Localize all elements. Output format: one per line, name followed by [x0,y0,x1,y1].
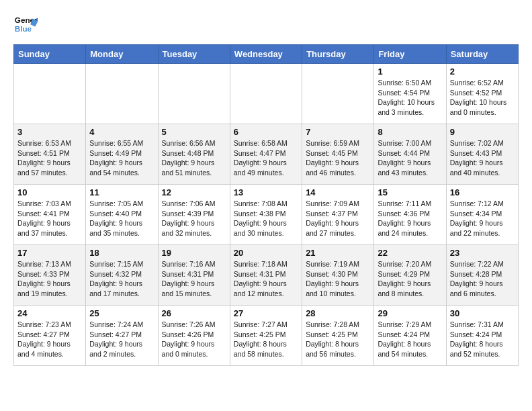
day-number: 4 [89,127,154,137]
calendar-cell: 11Sunrise: 7:05 AMSunset: 4:40 PMDayligh… [86,185,158,245]
day-info: Sunrise: 6:59 AMSunset: 4:45 PMDaylight:… [306,138,370,178]
day-info: Sunrise: 7:23 AMSunset: 4:27 PMDaylight:… [17,320,82,359]
day-info: Sunrise: 7:08 AMSunset: 4:38 PMDaylight:… [234,199,298,238]
day-number: 29 [378,308,442,318]
day-info: Sunrise: 6:50 AMSunset: 4:54 PMDaylight:… [378,78,442,118]
calendar-week-4: 24Sunrise: 7:23 AMSunset: 4:27 PMDayligh… [14,306,519,366]
day-info: Sunrise: 7:28 AMSunset: 4:25 PMDaylight:… [306,320,370,359]
day-info: Sunrise: 7:02 AMSunset: 4:43 PMDaylight:… [450,138,515,178]
day-info: Sunrise: 7:31 AMSunset: 4:24 PMDaylight:… [450,320,515,359]
calendar-cell: 7Sunrise: 6:59 AMSunset: 4:45 PMDaylight… [302,124,374,185]
day-info: Sunrise: 7:24 AMSunset: 4:27 PMDaylight:… [89,320,154,359]
day-info: Sunrise: 7:12 AMSunset: 4:34 PMDaylight:… [450,199,515,238]
day-info: Sunrise: 7:16 AMSunset: 4:31 PMDaylight:… [162,259,226,299]
logo-icon: General Blue [13,13,38,38]
day-info: Sunrise: 7:06 AMSunset: 4:39 PMDaylight:… [162,199,226,238]
calendar-cell: 20Sunrise: 7:18 AMSunset: 4:31 PMDayligh… [230,245,302,306]
day-number: 3 [17,127,82,137]
calendar-cell: 2Sunrise: 6:52 AMSunset: 4:52 PMDaylight… [446,64,518,124]
day-info: Sunrise: 6:55 AMSunset: 4:49 PMDaylight:… [89,138,154,178]
day-number: 25 [89,308,154,318]
day-number: 6 [234,127,298,137]
day-number: 30 [450,308,515,318]
day-number: 18 [89,248,154,258]
day-info: Sunrise: 6:53 AMSunset: 4:51 PMDaylight:… [17,138,82,178]
day-info: Sunrise: 7:22 AMSunset: 4:28 PMDaylight:… [450,259,515,299]
day-number: 11 [89,187,154,197]
day-number: 17 [17,248,82,258]
calendar-cell: 12Sunrise: 7:06 AMSunset: 4:39 PMDayligh… [158,185,230,245]
calendar-table: SundayMondayTuesdayWednesdayThursdayFrid… [13,44,519,366]
day-info: Sunrise: 7:13 AMSunset: 4:33 PMDaylight:… [17,259,82,299]
calendar-cell: 22Sunrise: 7:20 AMSunset: 4:29 PMDayligh… [374,245,446,306]
calendar-body: 1Sunrise: 6:50 AMSunset: 4:54 PMDaylight… [14,64,519,366]
day-info: Sunrise: 7:26 AMSunset: 4:26 PMDaylight:… [162,320,226,359]
day-number: 20 [234,248,298,258]
day-info: Sunrise: 7:20 AMSunset: 4:29 PMDaylight:… [378,259,442,299]
calendar-cell: 18Sunrise: 7:15 AMSunset: 4:32 PMDayligh… [86,245,158,306]
weekday-header-saturday: Saturday [446,45,518,64]
day-number: 1 [378,66,442,77]
calendar-cell: 10Sunrise: 7:03 AMSunset: 4:41 PMDayligh… [14,185,86,245]
day-number: 28 [306,308,370,318]
day-number: 9 [450,127,515,137]
day-info: Sunrise: 7:29 AMSunset: 4:24 PMDaylight:… [378,320,442,359]
calendar-cell: 16Sunrise: 7:12 AMSunset: 4:34 PMDayligh… [446,185,518,245]
calendar-cell [14,64,86,124]
calendar-cell: 29Sunrise: 7:29 AMSunset: 4:24 PMDayligh… [374,306,446,366]
calendar-cell: 4Sunrise: 6:55 AMSunset: 4:49 PMDaylight… [86,124,158,185]
calendar-week-1: 3Sunrise: 6:53 AMSunset: 4:51 PMDaylight… [14,124,519,185]
day-number: 8 [378,127,442,137]
logo: General Blue [13,13,40,38]
calendar-cell [302,64,374,124]
calendar-cell [230,64,302,124]
calendar-week-0: 1Sunrise: 6:50 AMSunset: 4:54 PMDaylight… [14,64,519,124]
day-info: Sunrise: 7:03 AMSunset: 4:41 PMDaylight:… [17,199,82,238]
day-number: 22 [378,248,442,258]
calendar-cell: 28Sunrise: 7:28 AMSunset: 4:25 PMDayligh… [302,306,374,366]
calendar-cell: 19Sunrise: 7:16 AMSunset: 4:31 PMDayligh… [158,245,230,306]
day-info: Sunrise: 7:27 AMSunset: 4:25 PMDaylight:… [234,320,298,359]
weekday-header-thursday: Thursday [302,45,374,64]
day-info: Sunrise: 7:09 AMSunset: 4:37 PMDaylight:… [306,199,370,238]
weekday-header-row: SundayMondayTuesdayWednesdayThursdayFrid… [14,45,519,64]
calendar-week-3: 17Sunrise: 7:13 AMSunset: 4:33 PMDayligh… [14,245,519,306]
calendar-cell: 13Sunrise: 7:08 AMSunset: 4:38 PMDayligh… [230,185,302,245]
calendar-header: SundayMondayTuesdayWednesdayThursdayFrid… [14,45,519,64]
calendar-cell: 21Sunrise: 7:19 AMSunset: 4:30 PMDayligh… [302,245,374,306]
weekday-header-monday: Monday [86,45,158,64]
day-number: 21 [306,248,370,258]
day-number: 23 [450,248,515,258]
day-number: 10 [17,187,82,197]
calendar-week-2: 10Sunrise: 7:03 AMSunset: 4:41 PMDayligh… [14,185,519,245]
calendar-cell: 6Sunrise: 6:58 AMSunset: 4:47 PMDaylight… [230,124,302,185]
day-info: Sunrise: 6:56 AMSunset: 4:48 PMDaylight:… [162,138,226,178]
calendar-cell: 26Sunrise: 7:26 AMSunset: 4:26 PMDayligh… [158,306,230,366]
calendar-cell: 5Sunrise: 6:56 AMSunset: 4:48 PMDaylight… [158,124,230,185]
day-number: 16 [450,187,515,197]
calendar-cell: 3Sunrise: 6:53 AMSunset: 4:51 PMDaylight… [14,124,86,185]
calendar-cell: 27Sunrise: 7:27 AMSunset: 4:25 PMDayligh… [230,306,302,366]
day-number: 7 [306,127,370,137]
calendar-cell: 8Sunrise: 7:00 AMSunset: 4:44 PMDaylight… [374,124,446,185]
day-info: Sunrise: 6:52 AMSunset: 4:52 PMDaylight:… [450,78,515,118]
weekday-header-wednesday: Wednesday [230,45,302,64]
calendar-cell: 15Sunrise: 7:11 AMSunset: 4:36 PMDayligh… [374,185,446,245]
day-number: 14 [306,187,370,197]
day-info: Sunrise: 7:00 AMSunset: 4:44 PMDaylight:… [378,138,442,178]
calendar-cell: 23Sunrise: 7:22 AMSunset: 4:28 PMDayligh… [446,245,518,306]
header: General Blue [13,13,519,38]
calendar-cell: 24Sunrise: 7:23 AMSunset: 4:27 PMDayligh… [14,306,86,366]
day-number: 19 [162,248,226,258]
day-info: Sunrise: 7:05 AMSunset: 4:40 PMDaylight:… [89,199,154,238]
calendar-cell [158,64,230,124]
calendar-cell: 1Sunrise: 6:50 AMSunset: 4:54 PMDaylight… [374,64,446,124]
weekday-header-sunday: Sunday [14,45,86,64]
day-number: 12 [162,187,226,197]
day-number: 2 [450,66,515,77]
weekday-header-friday: Friday [374,45,446,64]
day-number: 5 [162,127,226,137]
day-number: 27 [234,308,298,318]
calendar-cell [86,64,158,124]
day-info: Sunrise: 7:18 AMSunset: 4:31 PMDaylight:… [234,259,298,299]
